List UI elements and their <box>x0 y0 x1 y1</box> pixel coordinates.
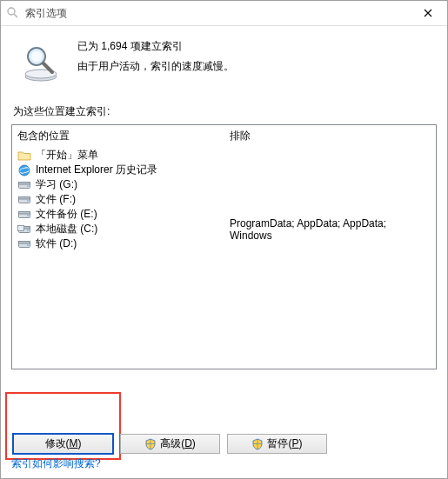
svg-rect-14 <box>19 196 30 199</box>
location-label: 学习 (G:) <box>36 177 77 192</box>
exclusion-text <box>230 177 431 192</box>
excluded-header: 排除 <box>224 125 436 146</box>
advanced-button[interactable]: 高级(D) <box>120 434 220 454</box>
modify-label: 修改(M) <box>45 436 82 451</box>
svg-rect-11 <box>19 182 30 184</box>
help-link[interactable]: 索引如何影响搜索? <box>11 456 101 471</box>
included-column: 包含的位置 「开始」菜单Internet Explorer 历史记录学习 (G:… <box>12 125 224 369</box>
magnifier-icon <box>20 42 62 83</box>
titlebar: 索引选项 <box>1 1 447 26</box>
list-item[interactable]: 文件 (F:) <box>16 192 224 207</box>
status-text: 已为 1,694 项建立索引 由于用户活动，索引的速度减慢。 <box>77 37 234 77</box>
svg-point-15 <box>27 200 29 202</box>
app-icon <box>6 6 20 20</box>
list-item[interactable]: 学习 (G:) <box>16 177 224 192</box>
exclusion-text <box>230 148 431 163</box>
list-item[interactable]: 软件 (D:) <box>16 236 224 251</box>
drive-icon <box>17 193 31 207</box>
close-icon <box>424 9 432 17</box>
status-row: 已为 1,694 项建立索引 由于用户活动，索引的速度减慢。 <box>11 37 437 83</box>
status-line-1: 已为 1,694 项建立索引 <box>77 37 234 57</box>
svg-rect-22 <box>18 225 24 230</box>
window-title: 索引选项 <box>25 6 409 21</box>
modify-button[interactable]: 修改(M) <box>13 434 113 454</box>
button-row: 修改(M) 高级(D) 暂停(P) <box>13 434 327 454</box>
shield-icon <box>251 438 264 450</box>
svg-point-18 <box>27 215 29 216</box>
svg-point-0 <box>8 8 15 15</box>
svg-point-21 <box>27 230 29 231</box>
close-button[interactable] <box>409 1 447 25</box>
exclusion-text <box>230 163 431 177</box>
drive-icon <box>17 208 31 222</box>
indexed-locations-label: 为这些位置建立索引: <box>13 104 437 119</box>
advanced-label: 高级(D) <box>160 436 196 451</box>
folder-icon <box>17 149 31 163</box>
excluded-column: 排除 ProgramData; AppData; AppData; Window… <box>224 125 436 369</box>
location-label: 「开始」菜单 <box>36 148 98 163</box>
svg-rect-17 <box>19 211 30 214</box>
list-item[interactable]: 本地磁盘 (C:) <box>16 222 224 236</box>
drive-icon <box>17 178 31 192</box>
svg-point-12 <box>27 185 29 187</box>
ie-icon <box>17 163 31 177</box>
status-line-2: 由于用户活动，索引的速度减慢。 <box>77 57 234 77</box>
content-area: 已为 1,694 项建立索引 由于用户活动，索引的速度减慢。 为这些位置建立索引… <box>1 26 447 369</box>
location-label: 本地磁盘 (C:) <box>36 222 97 236</box>
exclusion-text <box>230 192 431 207</box>
pause-button[interactable]: 暂停(P) <box>227 434 327 454</box>
location-label: 软件 (D:) <box>36 236 77 251</box>
exclusion-text: ProgramData; AppData; AppData; Windows <box>230 222 431 236</box>
svg-rect-24 <box>19 241 30 243</box>
shield-icon <box>144 438 157 450</box>
locations-box: 包含的位置 「开始」菜单Internet Explorer 历史记录学习 (G:… <box>11 124 437 369</box>
included-header: 包含的位置 <box>12 125 224 146</box>
list-item[interactable]: Internet Explorer 历史记录 <box>16 163 224 177</box>
drive-icon <box>17 237 31 251</box>
locations-list[interactable]: 「开始」菜单Internet Explorer 历史记录学习 (G:)文件 (F… <box>12 146 224 251</box>
indexing-options-window: 索引选项 已为 1,694 项建立索引 由于用户活动，索引的速度减慢。 为这些位… <box>0 0 448 479</box>
exclusions-list: ProgramData; AppData; AppData; Windows <box>224 146 436 251</box>
svg-point-25 <box>27 244 29 246</box>
drive-c-icon <box>17 223 31 236</box>
list-item[interactable]: 「开始」菜单 <box>16 148 224 163</box>
location-label: Internet Explorer 历史记录 <box>36 163 157 177</box>
svg-point-5 <box>31 51 42 62</box>
location-label: 文件 (F:) <box>36 192 76 207</box>
svg-line-1 <box>14 14 17 17</box>
location-label: 文件备份 (E:) <box>36 207 97 222</box>
pause-label: 暂停(P) <box>267 436 302 451</box>
list-item[interactable]: 文件备份 (E:) <box>16 207 224 222</box>
